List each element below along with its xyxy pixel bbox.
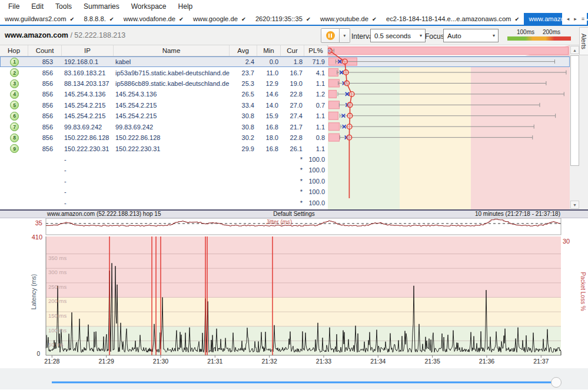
table-row-hop-15[interactable]: 15- [0, 208, 570, 209]
table-row-hop-1[interactable]: 1853192.168.0.1kabel2.40.01.871.9 [0, 56, 570, 67]
cell-pl: 4.1 [304, 67, 328, 78]
cell-hop [0, 165, 28, 175]
zone-red [46, 236, 561, 297]
target-tab-3[interactable]: www.google.de✔ [188, 13, 251, 25]
latency-scale-max: 338 ms [544, 47, 564, 54]
timeline-hscrollbar-handle[interactable] [552, 378, 562, 388]
cell-ip: - [62, 208, 114, 209]
pause-dropdown-button[interactable]: ▾ [340, 28, 350, 43]
table-row-hop-5[interactable]: 5856145.254.2.215145.254.2.21533.414.027… [0, 100, 570, 111]
hop-number-badge: 3 [10, 79, 19, 88]
table-row-hop-8[interactable]: 8856150.222.86.128150.222.86.12830.218.0… [0, 132, 570, 143]
time-label-21-30: 21:30 [148, 358, 174, 365]
target-tab-4[interactable]: 2620:119:35::35✔ [251, 13, 315, 25]
target-tab-5[interactable]: www.youtube.de✔ [315, 13, 381, 25]
col-header-count[interactable]: Count [28, 45, 62, 56]
menu-item-file[interactable]: File [2, 2, 25, 11]
menu-item-summaries[interactable]: Summaries [78, 2, 125, 11]
latency-zero-label: 0 [28, 351, 40, 357]
table-row-hop-lost-12[interactable]: -*100.0 [0, 186, 570, 197]
cell-name: ip53a9b715.static.kabel-deutschland.de [114, 67, 230, 78]
col-header-pl[interactable]: PL% [304, 45, 328, 56]
col-header-avg[interactable]: Avg [230, 45, 257, 56]
cell-graph-spacer [328, 100, 570, 111]
tab-list-icon[interactable]: ≡ [579, 16, 587, 22]
cell-ip: - [62, 197, 114, 208]
table-row-hop-9[interactable]: 9856150.222.230.31150.222.230.3129.916.8… [0, 143, 570, 154]
cell-avg: 30.8 [230, 122, 257, 132]
cell-cur: * [281, 186, 304, 197]
alerts-side-tab[interactable]: Alerts [579, 27, 588, 55]
cell-ip: 145.254.3.136 [62, 89, 114, 99]
cell-min: 12.9 [257, 78, 281, 89]
jitter-pane-frame [46, 218, 561, 235]
time-label-21-37: 21:37 [528, 358, 554, 365]
cell-avg [230, 165, 257, 175]
table-row-hop-2[interactable]: 285683.169.183.21ip53a9b715.static.kabel… [0, 67, 570, 78]
table-row-hop-7[interactable]: 785699.83.69.24299.83.69.24230.816.821.7… [0, 122, 570, 132]
menu-item-edit[interactable]: Edit [25, 2, 49, 11]
target-tab-6[interactable]: ec2-18-184-118-144.e...e.amazonaws.com✔ [381, 13, 524, 25]
menu-item-tools[interactable]: Tools [49, 2, 78, 11]
cell-count [28, 186, 62, 197]
time-label-21-35: 21:35 [420, 358, 446, 365]
col-header-hop[interactable]: Hop [0, 45, 28, 56]
scroll-down-icon[interactable]: ▼ [570, 201, 579, 209]
cell-hop: 15 [0, 208, 28, 209]
cell-min [257, 176, 281, 186]
scroll-up-icon[interactable]: ▲ [570, 46, 579, 54]
cell-cur: 1.8 [281, 56, 304, 67]
pause-icon [326, 31, 335, 40]
cell-count [28, 154, 62, 165]
cell-count: 856 [28, 122, 62, 132]
table-row-hop-3[interactable]: 385688.134.203.137ip5886cb89.static.kabe… [0, 78, 570, 89]
cell-ip: 150.222.86.128 [62, 132, 114, 143]
target-tab-0[interactable]: www.guildwars2.com✔ [0, 13, 79, 25]
menu-item-help[interactable]: Help [172, 2, 199, 11]
cell-min: 14.6 [257, 89, 281, 99]
hop-number-badge: 2 [10, 68, 19, 77]
table-row-hop-4[interactable]: 4856145.254.3.136145.254.3.13626.514.622… [0, 89, 570, 99]
table-row-hop-lost-13[interactable]: -*100.0 [0, 197, 570, 208]
cell-hop [0, 197, 28, 208]
target-tab-2[interactable]: www.vodafone.de✔ [119, 13, 188, 25]
cell-avg [230, 186, 257, 197]
cell-count: 856 [28, 143, 62, 154]
col-header-name[interactable]: Name [114, 45, 230, 56]
legend-100ms-label: 100ms [517, 29, 534, 35]
col-header-ip[interactable]: IP [62, 45, 114, 56]
cell-ip: - [62, 176, 114, 186]
col-header-cur[interactable]: Cur [281, 45, 304, 56]
cell-avg: 29.9 [230, 143, 257, 154]
focus-select[interactable]: Auto ▾ [443, 29, 499, 42]
menu-bar: FileEditToolsSummariesWorkspaceHelp [0, 0, 588, 13]
col-header-min[interactable]: Min [257, 45, 281, 56]
interval-select[interactable]: 0.5 seconds ▾ [370, 29, 426, 42]
timeline-pane: www.amazon.com (52.222.188.213) hop 15 D… [0, 211, 588, 389]
table-vertical-scrollbar[interactable]: ▲ ▼ [570, 45, 580, 209]
cell-hop: 8 [0, 132, 28, 143]
menu-item-workspace[interactable]: Workspace [125, 2, 172, 11]
tab-scroll-right-icon[interactable]: ▸ [572, 16, 579, 22]
zone-green [46, 326, 561, 355]
cell-count: 856 [28, 132, 62, 143]
table-row-hop-6[interactable]: 6856145.254.2.215145.254.2.21530.815.927… [0, 111, 570, 121]
cell-pl: 1.1 [304, 111, 328, 121]
table-row-hop-lost-10[interactable]: -*100.0 [0, 165, 570, 175]
pause-button[interactable] [321, 28, 340, 43]
target-tab-1[interactable]: 8.8.8.8.✔ [79, 13, 118, 25]
table-row-hop-lost-9[interactable]: -*100.0 [0, 154, 570, 165]
hop-number-badge: 8 [10, 134, 19, 142]
cell-count: 856 [28, 100, 62, 111]
cell-ip: - [62, 165, 114, 175]
focus-label: Focus [425, 32, 444, 41]
hop-number-badge: 7 [10, 122, 19, 131]
cell-count [28, 165, 62, 175]
cell-name: 99.83.69.242 [114, 122, 230, 132]
check-icon: ✔ [109, 16, 114, 22]
table-row-hop-lost-11[interactable]: -*100.0 [0, 176, 570, 186]
scrollbar-thumb[interactable] [570, 55, 579, 166]
chevron-down-icon: ▾ [420, 33, 425, 38]
hop-number-badge: 6 [10, 112, 19, 121]
tab-scroll-left-icon[interactable]: ◂ [564, 16, 572, 22]
